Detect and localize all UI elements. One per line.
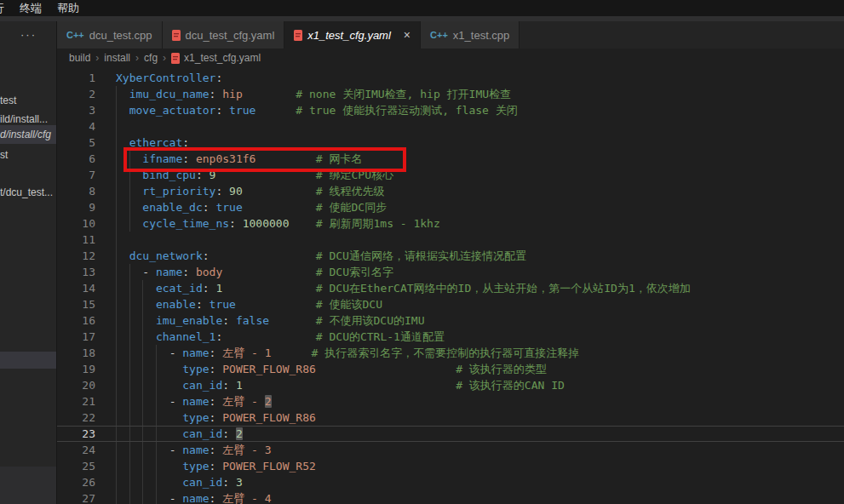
code-content[interactable] xyxy=(108,232,844,248)
token xyxy=(116,249,129,262)
breadcrumb-segment[interactable]: install xyxy=(104,52,130,64)
token xyxy=(116,363,182,375)
code-line[interactable]: 21 - name: 左臂 - 2 xyxy=(57,393,844,410)
token: dcu_network xyxy=(129,249,203,262)
code-content[interactable]: dcu_network: # DCU通信网络，请根据实机连接情况配置 xyxy=(108,248,844,264)
chevron-right-icon: › xyxy=(135,52,139,64)
token: : xyxy=(196,169,210,181)
menu-bar: 行终端帮助 xyxy=(0,0,844,16)
code-content[interactable]: cycle_time_ns: 1000000 # 刷新周期1ms - 1khz xyxy=(108,215,844,232)
code-line[interactable]: 2 imu_dcu_name: hip # none 关闭IMU检查, hip … xyxy=(57,86,844,102)
line-number: 14 xyxy=(57,280,108,296)
code-content[interactable]: enable: true # 使能该DCU xyxy=(108,296,844,312)
line-number: 22 xyxy=(57,410,108,426)
code-content[interactable]: type: POWER_FLOW_R52 xyxy=(108,458,844,474)
code-content[interactable]: - name: 左臂 - 1 # 执行器索引名字，不需要控制的执行器可直接注释掉 xyxy=(108,345,844,361)
code-content[interactable]: imu_dcu_name: hip # none 关闭IMU检查, hip 打开… xyxy=(108,86,844,102)
code-line[interactable]: 5 ethercat: xyxy=(57,135,844,151)
code-line[interactable]: 27 - name: 左臂 - 4 xyxy=(57,490,844,504)
code-content[interactable]: channel_1: # DCU的CTRL-1通道配置 xyxy=(108,329,844,345)
code-line[interactable]: 1XyberController: xyxy=(57,70,844,86)
code-content[interactable]: enable_dc: true # 使能DC同步 xyxy=(108,199,844,215)
code-content[interactable] xyxy=(108,118,844,135)
token: # 线程优先级 xyxy=(316,185,385,198)
token: XyberController xyxy=(116,72,215,84)
code-line[interactable]: 8 rt_priority: 90 # 线程优先级 xyxy=(57,183,844,199)
tab-x1_test_cfg.yaml[interactable]: x1_test_cfg.yaml× xyxy=(284,21,421,49)
menu-item-终端[interactable]: 终端 xyxy=(12,1,49,16)
code-content[interactable]: ifname: enp0s31f6 # 网卡名 xyxy=(108,151,844,167)
code-line[interactable]: 18 - name: 左臂 - 1 # 执行器索引名字，不需要控制的执行器可直接… xyxy=(57,345,844,361)
token: # true 使能执行器运动测试, flase 关闭 xyxy=(296,104,517,117)
code-content[interactable]: rt_priority: 90 # 线程优先级 xyxy=(108,183,844,199)
tab-x1_test.cpp[interactable]: C++x1_test.cpp xyxy=(421,21,520,49)
tab-dcu_test.cpp[interactable]: C++dcu_test.cpp xyxy=(57,21,163,49)
token xyxy=(269,314,316,327)
code-line[interactable]: 19 type: POWER_FLOW_R86 # 该执行器的类型 xyxy=(57,361,844,377)
code-line[interactable]: 10 cycle_time_ns: 1000000 # 刷新周期1ms - 1k… xyxy=(57,215,844,232)
code-line[interactable]: 12 dcu_network: # DCU通信网络，请根据实机连接情况配置 xyxy=(57,248,844,264)
code-line[interactable]: 7 bind_cpu: 9 # 绑定CPU核心 xyxy=(57,167,844,183)
chevron-right-icon: › xyxy=(163,52,166,64)
code-content[interactable]: can_id: 1 # 该执行器的CAN ID xyxy=(108,377,844,393)
code-content[interactable]: imu_enable: false # 不使用该DCU的IMU xyxy=(108,312,844,329)
code-line[interactable]: 3 move_actuator: true # true 使能执行器运动测试, … xyxy=(57,102,844,118)
code-line[interactable]: 4 xyxy=(57,118,844,135)
line-number: 8 xyxy=(57,183,108,199)
token: : xyxy=(203,282,216,295)
code-content[interactable]: XyberController: xyxy=(108,70,844,86)
code-content[interactable]: ecat_id: 1 # DCU在EtherCAT网络中的ID，从主站开始，第一… xyxy=(108,280,844,296)
code-line[interactable]: 13 - name: body # DCU索引名字 xyxy=(57,264,844,280)
sidebar-selected-empty-row[interactable] xyxy=(0,352,56,369)
code-text: ethercat: xyxy=(108,135,844,151)
code-editor[interactable]: 1XyberController:2 imu_dcu_name: hip # n… xyxy=(57,67,844,504)
code-line[interactable]: 22 type: POWER_FLOW_R86 xyxy=(57,410,844,426)
code-content[interactable]: bind_cpu: 9 # 绑定CPU核心 xyxy=(108,167,844,183)
line-number: 25 xyxy=(57,458,108,474)
sidebar-list-item[interactable]: test xyxy=(0,91,56,110)
code-line[interactable]: 26 can_id: 3 xyxy=(57,474,844,490)
token xyxy=(116,460,182,472)
token: - xyxy=(169,395,183,408)
sidebar-list-item[interactable]: t/dcu_test... xyxy=(0,183,56,202)
code-line[interactable]: 9 enable_dc: true # 使能DC同步 xyxy=(57,199,844,215)
code-content[interactable]: can_id: 3 xyxy=(108,474,844,490)
tab-dcu_test_cfg.yaml[interactable]: dcu_test_cfg.yaml xyxy=(163,21,285,49)
code-content[interactable]: move_actuator: true # true 使能执行器运动测试, fl… xyxy=(108,102,844,118)
code-content[interactable]: can_id: 2 xyxy=(108,426,844,442)
token: move_actuator xyxy=(129,104,216,117)
token: : xyxy=(215,72,222,84)
token: # DCU索引名字 xyxy=(316,266,393,278)
code-line[interactable]: 17 channel_1: # DCU的CTRL-1通道配置 xyxy=(57,329,844,345)
menu-item-帮助[interactable]: 帮助 xyxy=(49,1,87,16)
code-line[interactable]: 14 ecat_id: 1 # DCU在EtherCAT网络中的ID，从主站开始… xyxy=(57,280,844,296)
code-line[interactable]: 16 imu_enable: false # 不使用该DCU的IMU xyxy=(57,312,844,329)
code-line[interactable]: 6 ifname: enp0s31f6 # 网卡名 xyxy=(57,151,844,167)
code-line[interactable]: 25 type: POWER_FLOW_R52 xyxy=(57,458,844,474)
code-line[interactable]: 23 can_id: 2 xyxy=(57,426,844,442)
sidebar-list-item[interactable]: d/install/cfg xyxy=(0,125,56,144)
code-line[interactable]: 24 - name: 左臂 - 3 xyxy=(57,442,844,458)
code-content[interactable]: ethercat: xyxy=(108,135,844,151)
code-content[interactable]: - name: 左臂 - 2 xyxy=(108,393,844,410)
token xyxy=(272,346,312,359)
line-number: 21 xyxy=(57,393,108,410)
breadcrumb-segment[interactable]: cfg xyxy=(144,52,158,64)
code-content[interactable]: - name: 左臂 - 3 xyxy=(108,442,844,458)
code-line[interactable]: 11 xyxy=(57,232,844,248)
sidebar-list-item[interactable]: st xyxy=(0,146,56,164)
more-actions-icon[interactable]: ··· xyxy=(20,28,37,41)
code-content[interactable]: - name: 左臂 - 4 xyxy=(108,490,844,504)
code-text: bind_cpu: 9 # 绑定CPU核心 xyxy=(108,167,844,183)
token xyxy=(243,201,316,214)
code-content[interactable]: type: POWER_FLOW_R86 xyxy=(108,410,844,426)
code-content[interactable]: type: POWER_FLOW_R86 # 该执行器的类型 xyxy=(108,361,844,377)
close-icon[interactable]: × xyxy=(404,29,411,41)
breadcrumb-file[interactable]: x1_test_cfg.yaml xyxy=(171,52,261,64)
code-line[interactable]: 15 enable: true # 使能该DCU xyxy=(57,296,844,312)
menu-item-行[interactable]: 行 xyxy=(0,1,12,16)
token: - xyxy=(142,266,156,278)
code-line[interactable]: 20 can_id: 1 # 该执行器的CAN ID xyxy=(57,377,844,393)
code-content[interactable]: - name: body # DCU索引名字 xyxy=(108,264,844,280)
breadcrumb-segment[interactable]: build xyxy=(69,52,90,64)
